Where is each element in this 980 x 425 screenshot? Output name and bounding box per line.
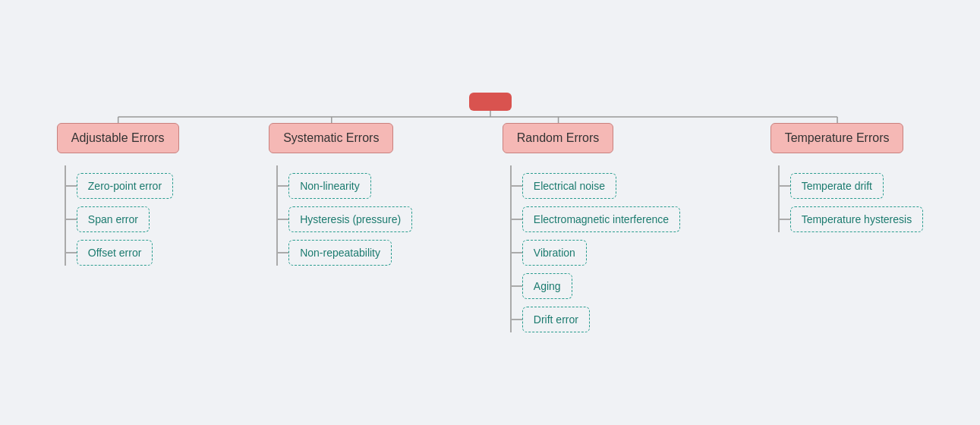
child-node-adjustable-0: Zero-point error (77, 173, 173, 199)
list-item: Electromagnetic interference (512, 206, 680, 232)
list-item: Hysteresis (pressure) (278, 206, 412, 232)
list-item: Aging (512, 273, 680, 299)
child-node-random-3: Aging (522, 273, 572, 299)
diagram-wrapper: Adjustable ErrorsZero-point errorSpan er… (12, 93, 969, 332)
child-node-temperature-1: Temperature hysteresis (790, 206, 924, 232)
category-node-random: Random Errors (503, 123, 613, 153)
category-node-temperature: Temperature Errors (770, 123, 904, 153)
child-node-random-0: Electrical noise (522, 173, 616, 199)
child-node-random-4: Drift error (522, 307, 590, 332)
child-node-temperature-0: Temperate drift (790, 173, 884, 199)
list-item: Non-repeatability (278, 240, 412, 266)
list-item: Electrical noise (512, 173, 680, 199)
column-temperature: Temperature ErrorsTemperate driftTempera… (770, 123, 924, 332)
column-adjustable: Adjustable ErrorsZero-point errorSpan er… (57, 123, 179, 332)
column-systematic: Systematic ErrorsNon-linearityHysteresis… (269, 123, 412, 332)
child-node-adjustable-1: Span error (77, 206, 150, 232)
children-list-systematic: Non-linearityHysteresis (pressure)Non-re… (276, 165, 412, 266)
list-item: Offset error (66, 240, 173, 266)
category-node-adjustable: Adjustable Errors (57, 123, 179, 153)
child-node-systematic-0: Non-linearity (288, 173, 371, 199)
child-node-adjustable-2: Offset error (77, 240, 153, 266)
list-item: Temperate drift (780, 173, 924, 199)
children-list-temperature: Temperate driftTemperature hysteresis (778, 165, 924, 232)
column-random: Random ErrorsElectrical noiseElectromagn… (503, 123, 680, 332)
list-item: Vibration (512, 240, 680, 266)
children-list-random: Electrical noiseElectromagnetic interfer… (510, 165, 680, 332)
child-node-random-2: Vibration (522, 240, 587, 266)
list-item: Temperature hysteresis (780, 206, 924, 232)
list-item: Zero-point error (66, 173, 173, 199)
child-node-random-1: Electromagnetic interference (522, 206, 680, 232)
child-node-systematic-2: Non-repeatability (288, 240, 392, 266)
root-level (12, 93, 969, 111)
list-item: Span error (66, 206, 173, 232)
list-item: Drift error (512, 307, 680, 332)
category-node-systematic: Systematic Errors (269, 123, 393, 153)
categories-row: Adjustable ErrorsZero-point errorSpan er… (12, 123, 969, 332)
root-node (469, 93, 512, 111)
children-list-adjustable: Zero-point errorSpan errorOffset error (65, 165, 173, 266)
child-node-systematic-1: Hysteresis (pressure) (288, 206, 412, 232)
list-item: Non-linearity (278, 173, 412, 199)
